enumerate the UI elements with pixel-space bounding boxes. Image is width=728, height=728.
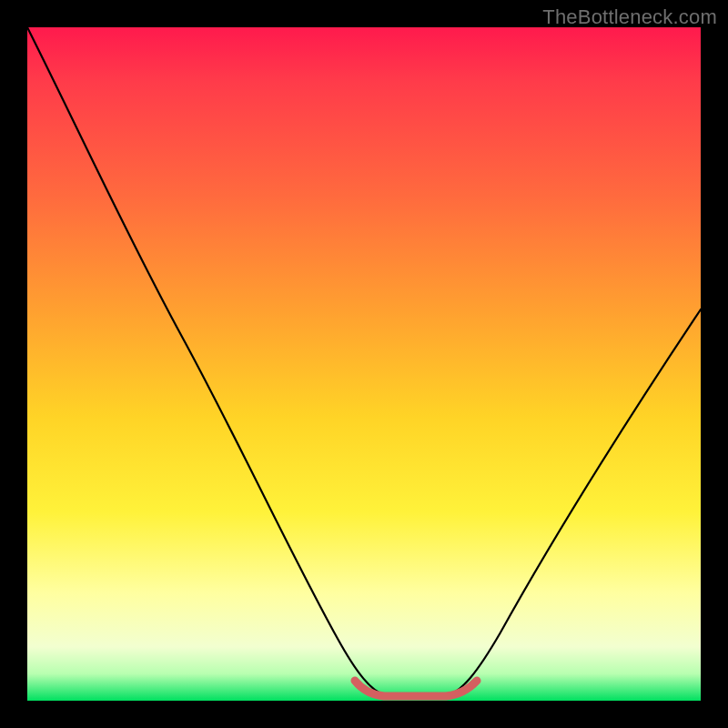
bottleneck-curve <box>27 27 701 696</box>
chart-svg <box>27 27 701 701</box>
watermark-label: TheBottleneck.com <box>542 5 717 29</box>
plot-area <box>27 27 701 701</box>
chart-frame: TheBottleneck.com <box>0 0 728 728</box>
